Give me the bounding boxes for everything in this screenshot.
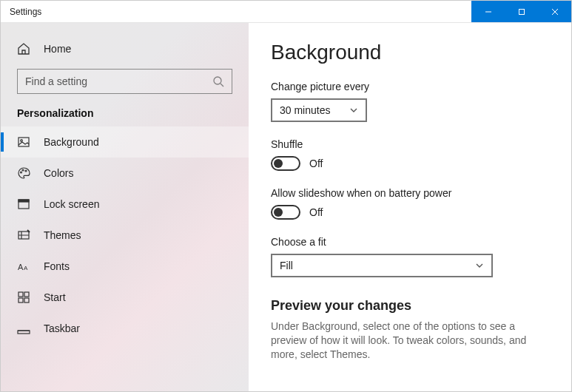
svg-point-9	[22, 169, 24, 171]
nav-label: Lock screen	[44, 198, 99, 210]
svg-rect-12	[18, 200, 29, 202]
svg-rect-18	[18, 298, 23, 303]
nav-label: Background	[44, 136, 99, 148]
nav-item-themes[interactable]: Themes	[1, 220, 249, 251]
section-label: Personalization	[1, 107, 249, 126]
svg-point-8	[21, 172, 22, 173]
nav-label: Themes	[44, 229, 81, 241]
svg-text:A: A	[18, 263, 24, 271]
palette-icon	[17, 166, 30, 180]
svg-point-7	[21, 140, 23, 142]
search-icon	[212, 75, 224, 87]
change-picture-group: Change picture every 30 minutes	[271, 81, 549, 122]
preview-description: Under Background, select one of the opti…	[271, 320, 549, 362]
svg-rect-17	[24, 292, 29, 297]
fit-label: Choose a fit	[271, 236, 549, 248]
battery-label: Allow slideshow when on battery power	[271, 187, 549, 199]
search-box[interactable]	[17, 69, 232, 94]
home-button[interactable]: Home	[1, 36, 249, 61]
battery-group: Allow slideshow when on battery power Of…	[271, 187, 549, 220]
fit-group: Choose a fit Fill	[271, 236, 549, 277]
fit-value: Fill	[280, 260, 293, 271]
battery-value: Off	[309, 206, 323, 218]
svg-rect-16	[18, 292, 23, 297]
preview-heading: Preview your changes	[271, 298, 549, 314]
svg-line-5	[221, 84, 223, 87]
search-container	[17, 69, 232, 94]
svg-rect-20	[18, 331, 30, 334]
close-button[interactable]	[538, 1, 571, 22]
nav-list: Background Colors Lock screen Themes AA …	[1, 126, 249, 344]
svg-rect-19	[24, 298, 29, 303]
maximize-icon	[518, 8, 525, 16]
shuffle-toggle[interactable]	[271, 156, 300, 171]
nav-item-lock-screen[interactable]: Lock screen	[1, 189, 249, 220]
chevron-down-icon	[475, 261, 484, 270]
nav-item-fonts[interactable]: AA Fonts	[1, 251, 249, 282]
battery-toggle[interactable]	[271, 205, 300, 220]
page-title: Background	[271, 41, 549, 64]
minimize-icon	[485, 8, 492, 16]
shuffle-group: Shuffle Off	[271, 138, 549, 171]
maximize-button[interactable]	[505, 1, 538, 22]
nav-item-start[interactable]: Start	[1, 282, 249, 313]
shuffle-value: Off	[309, 158, 323, 169]
picture-icon	[17, 135, 30, 149]
svg-rect-6	[18, 138, 29, 146]
svg-point-10	[25, 170, 27, 172]
minimize-button[interactable]	[471, 1, 505, 22]
lock-screen-icon	[17, 197, 30, 211]
change-picture-value: 30 minutes	[280, 104, 330, 116]
svg-rect-1	[519, 9, 524, 14]
home-icon	[17, 42, 30, 55]
window-body: Home Personalization Background Colors	[1, 23, 571, 391]
search-input[interactable]	[25, 75, 212, 87]
sidebar: Home Personalization Background Colors	[1, 23, 249, 391]
fit-dropdown[interactable]: Fill	[271, 254, 493, 277]
settings-window: Settings Home	[0, 0, 572, 392]
content-pane: Background Change picture every 30 minut…	[249, 23, 571, 391]
nav-label: Colors	[44, 167, 73, 179]
nav-item-background[interactable]: Background	[1, 126, 249, 158]
window-controls	[471, 1, 571, 22]
window-title: Settings	[1, 7, 41, 17]
nav-label: Taskbar	[44, 322, 80, 334]
nav-item-taskbar[interactable]: Taskbar	[1, 313, 249, 344]
svg-text:A: A	[24, 265, 28, 271]
start-icon	[17, 291, 30, 304]
home-label: Home	[44, 43, 71, 55]
shuffle-label: Shuffle	[271, 138, 549, 150]
change-picture-dropdown[interactable]: 30 minutes	[271, 98, 367, 122]
close-icon	[551, 8, 559, 16]
nav-label: Start	[44, 291, 66, 303]
nav-label: Fonts	[44, 260, 70, 272]
taskbar-icon	[17, 322, 30, 335]
nav-item-colors[interactable]: Colors	[1, 158, 249, 189]
fonts-icon: AA	[17, 260, 30, 273]
svg-point-4	[214, 77, 221, 84]
chevron-down-icon	[349, 106, 358, 115]
themes-icon	[17, 229, 30, 242]
titlebar: Settings	[1, 1, 571, 23]
change-picture-label: Change picture every	[271, 81, 549, 92]
